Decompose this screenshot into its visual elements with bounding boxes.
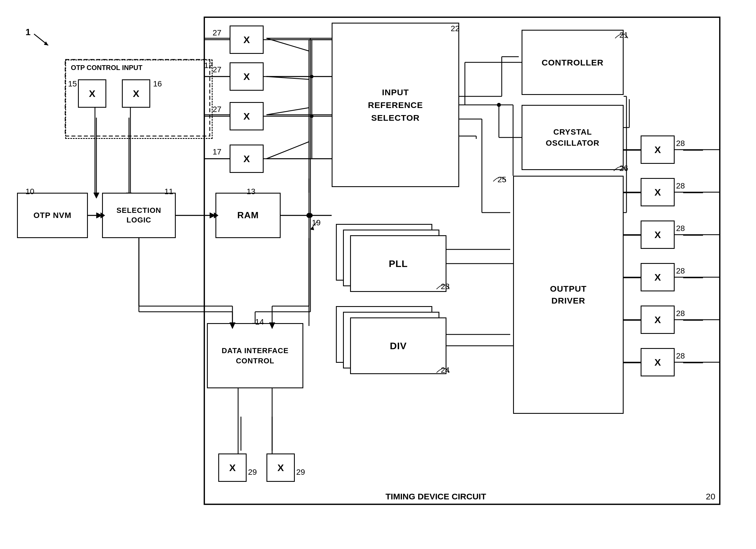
div-block-front: DIV	[350, 317, 446, 374]
ref24-bracket	[434, 363, 451, 374]
svg-line-72	[310, 221, 317, 230]
pll-block-front: PLL	[350, 235, 446, 292]
x-box-28c: X	[641, 221, 675, 249]
data-interface-control-block: DATA INTERFACECONTROL	[207, 323, 303, 388]
timing-device-circuit-label: TIMING DEVICE CIRCUIT	[386, 492, 486, 501]
ref1-arrow	[31, 31, 54, 48]
x29a-ref: 29	[248, 468, 257, 477]
ram-ref: 13	[247, 187, 255, 196]
x-box-16: X	[122, 79, 150, 108]
crystal-oscillator-block: CRYSTALOSCILLATOR	[522, 105, 624, 170]
otp-control-input-label: OTP CONTROL INPUT	[71, 64, 142, 72]
otp-control-input-ref: 12	[204, 61, 213, 70]
output-driver-block: OUTPUTDRIVER	[513, 176, 624, 414]
ram-block: RAM	[215, 193, 281, 238]
x-box-28b: X	[641, 178, 675, 206]
main-ref-label: 1	[26, 27, 31, 37]
x-box-28a: X	[641, 135, 675, 164]
x-box-28d: X	[641, 263, 675, 291]
node19-arrow	[309, 218, 326, 232]
ref26-bracket	[611, 161, 628, 172]
ref21-bracket	[612, 28, 629, 40]
x28b-ref: 28	[676, 181, 685, 190]
otp-nvm-block: OTP NVM	[17, 193, 88, 238]
x29b-ref: 29	[296, 468, 305, 477]
timing-device-circuit-ref: 20	[706, 492, 715, 501]
x28e-ref: 28	[676, 309, 685, 318]
x17-ref: 17	[213, 147, 221, 156]
data-interface-ref: 14	[255, 317, 264, 327]
x-box-29a: X	[218, 453, 247, 482]
x-box-27a: X	[230, 26, 264, 54]
ref23-bracket	[434, 279, 451, 291]
x-box-29b: X	[266, 453, 295, 482]
controller-block: CONTROLLER	[522, 30, 624, 95]
timing-device-circuit-box	[204, 17, 720, 505]
x15-ref: 15	[68, 79, 77, 88]
x16-ref: 16	[153, 79, 162, 88]
x27a-ref: 27	[213, 28, 221, 37]
x-box-15: X	[78, 79, 106, 108]
x-box-27c: X	[230, 102, 264, 130]
input-reference-selector-block: INPUTREFERENCESELECTOR	[332, 23, 459, 187]
x28c-ref: 28	[676, 224, 685, 233]
x27b-ref: 27	[213, 65, 221, 74]
irs-ref: 22	[451, 24, 459, 33]
svg-marker-41	[94, 193, 99, 198]
selection-logic-block: SELECTIONLOGIC	[102, 193, 176, 238]
selection-logic-ref: 11	[164, 187, 173, 196]
x-box-28e: X	[641, 306, 675, 334]
otp-nvm-ref: 10	[26, 187, 34, 196]
x27c-ref: 27	[213, 105, 221, 114]
x28d-ref: 28	[676, 266, 685, 275]
x-box-17: X	[230, 145, 264, 173]
ref25-bracket	[490, 171, 507, 183]
x28a-ref: 28	[676, 139, 685, 148]
svg-marker-26	[96, 213, 102, 218]
x-box-27b: X	[230, 62, 264, 91]
x28f-ref: 28	[676, 351, 685, 361]
x-box-28f: X	[641, 348, 675, 376]
